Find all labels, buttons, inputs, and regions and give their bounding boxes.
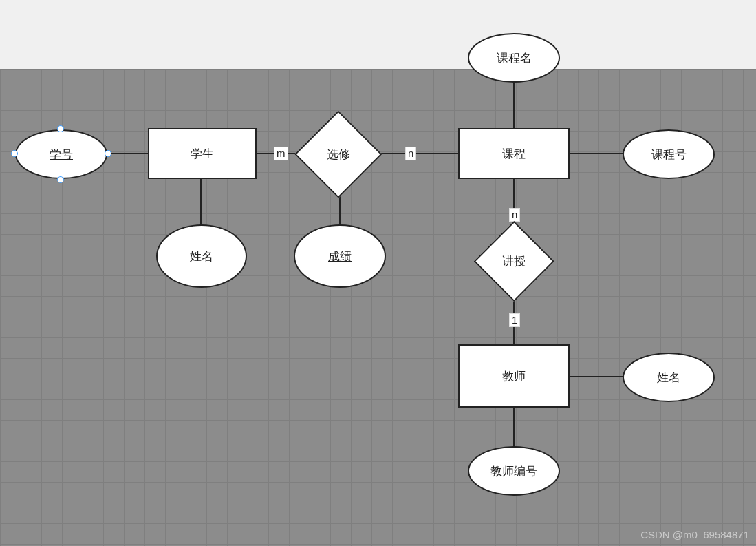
entity-teacher-label: 教师 [502, 368, 526, 384]
attr-student-id-label: 学号 [50, 147, 73, 162]
edge-teacher-teachername [569, 376, 623, 377]
attr-course-id-label: 课程号 [651, 147, 687, 162]
rel-elective[interactable]: 选修 [294, 110, 382, 198]
attr-score-label: 成绩 [328, 249, 352, 264]
edge-studentid-student [108, 153, 149, 154]
cardinality-n-elective: n [405, 147, 416, 160]
cardinality-m: m [274, 147, 288, 160]
attr-teacher-id[interactable]: 教师编号 [468, 446, 560, 496]
edge-course-courseid [569, 153, 624, 154]
attr-score[interactable]: 成绩 [294, 224, 386, 288]
attr-teacher-id-label: 教师编号 [490, 463, 537, 479]
rel-teach[interactable]: 讲授 [473, 220, 554, 302]
attr-teacher-name-label: 姓名 [657, 370, 680, 386]
entity-teacher[interactable]: 教师 [458, 344, 570, 408]
diagram-canvas[interactable]: m n n 1 学号 姓名 成绩 课程名 课程号 姓名 教师编号 学生 课程 教… [0, 69, 756, 546]
edge-course-coursename [513, 83, 515, 129]
attr-student-name-label: 姓名 [190, 249, 213, 264]
selection-handle-top[interactable] [57, 125, 64, 132]
entity-student[interactable]: 学生 [148, 128, 257, 179]
selection-handle-right[interactable] [105, 150, 111, 157]
attr-student-name[interactable]: 姓名 [156, 224, 247, 288]
attr-course-name[interactable]: 课程名 [468, 33, 560, 83]
attr-teacher-name[interactable]: 姓名 [623, 353, 715, 402]
attr-course-name-label: 课程名 [497, 50, 532, 66]
entity-course[interactable]: 课程 [458, 128, 570, 179]
attr-course-id[interactable]: 课程号 [623, 129, 715, 179]
entity-student-label: 学生 [191, 146, 214, 162]
rel-teach-label: 讲授 [502, 253, 526, 269]
selection-handle-bottom[interactable] [57, 176, 64, 183]
edge-teacher-teacherid [513, 406, 515, 448]
edge-student-studentname [200, 178, 202, 226]
attr-student-id[interactable]: 学号 [15, 129, 107, 179]
rel-elective-label: 选修 [327, 147, 350, 162]
watermark: CSDN @m0_69584871 [640, 529, 749, 540]
selection-handle-left[interactable] [11, 150, 18, 157]
cardinality-n-teach: n [509, 208, 520, 222]
entity-course-label: 课程 [502, 146, 526, 162]
cardinality-1: 1 [509, 313, 520, 327]
edge-elective-course [376, 153, 466, 154]
